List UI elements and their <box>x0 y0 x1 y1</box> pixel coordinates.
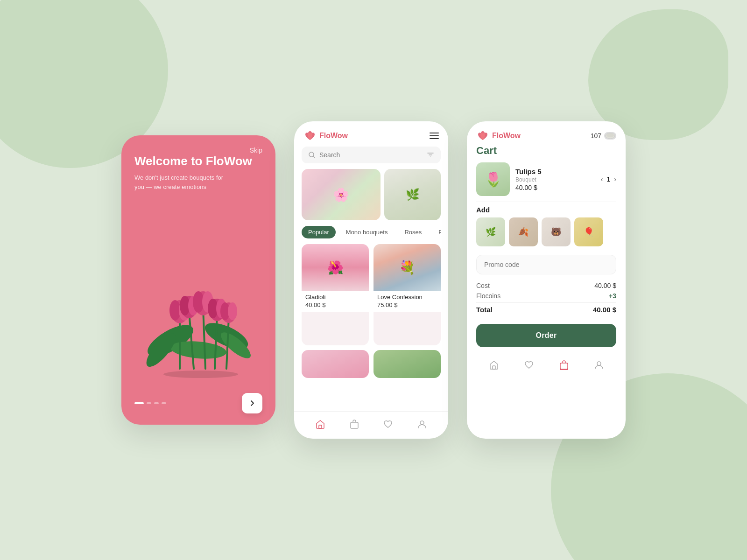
svg-rect-28 <box>351 422 358 428</box>
gladioli-image: 🌺 <box>302 244 369 291</box>
dot-2 <box>147 402 151 404</box>
category-tags: Popular Mono bouquets Roses Pions Tulips <box>302 226 441 238</box>
cart-header: FloWow 107 <box>467 121 626 141</box>
add-item-3[interactable]: 🐻 <box>542 217 571 246</box>
cart-nav-home[interactable] <box>487 358 501 372</box>
svg-rect-33 <box>560 363 568 369</box>
coins-value: 107 <box>591 132 601 140</box>
browse-screen: FloWow 🌸 🌿 Popular Mono bouquets Roses P… <box>294 121 448 439</box>
cost-divider <box>476 302 616 303</box>
add-label: Add <box>476 206 616 214</box>
next-button[interactable] <box>242 393 262 413</box>
cart-item: 🌷 Tulips 5 Bouquet 40.00 $ ‹ 1 › <box>467 162 626 202</box>
order-button[interactable]: Order <box>476 324 616 347</box>
qty-decrease[interactable]: ‹ <box>601 175 603 183</box>
love-confession-info: Love Confession 75.00 $ <box>374 291 441 312</box>
cart-logo-icon <box>476 131 489 141</box>
gladioli-price: 40.00 $ <box>305 301 365 308</box>
qty-value: 1 <box>607 175 611 183</box>
svg-point-31 <box>606 133 614 137</box>
hero-image-plant: 🌿 <box>384 169 441 220</box>
filter-icon[interactable] <box>427 151 434 159</box>
cart-item-type: Bouquet <box>515 176 595 183</box>
cost-breakdown: Cost 40.00 $ Flocoins +3 Total 40.00 $ <box>467 278 626 320</box>
add-item-2[interactable]: 🍂 <box>509 217 538 246</box>
hero-image-bouquets: 🌸 <box>302 169 381 220</box>
nav-home[interactable] <box>313 417 327 431</box>
svg-line-9 <box>226 317 229 369</box>
cost-row: Cost 40.00 $ <box>476 282 616 289</box>
browse-bottom-nav <box>294 411 448 439</box>
welcome-title: Welcome to FloWow <box>134 154 262 168</box>
cart-bottom-nav <box>467 354 626 378</box>
love-confession-price: 75.00 $ <box>377 301 437 308</box>
bg-blob-tr <box>588 9 728 140</box>
browse-header: FloWow <box>294 121 448 147</box>
menu-button[interactable] <box>430 133 439 139</box>
dot-3 <box>154 402 159 404</box>
logo: FloWow <box>303 131 348 141</box>
product-card-4[interactable] <box>374 350 441 378</box>
cost-label: Cost <box>476 282 490 289</box>
search-input[interactable] <box>319 151 423 159</box>
total-label: Total <box>476 306 493 314</box>
cart-item-name: Tulips 5 <box>515 168 595 175</box>
coin-icon <box>604 132 616 140</box>
tag-roses[interactable]: Roses <box>398 226 428 238</box>
qty-increase[interactable]: › <box>614 175 616 183</box>
product-love-confession[interactable]: 💐 Love Confession 75.00 $ <box>374 244 441 345</box>
hero-images: 🌸 🌿 <box>302 169 441 220</box>
dot-4 <box>162 402 166 404</box>
cart-item-details: Tulips 5 Bouquet 40.00 $ <box>515 168 595 191</box>
total-value: 40.00 $ <box>593 306 616 314</box>
flocoins-row: Flocoins +3 <box>476 292 616 300</box>
dot-1 <box>134 402 144 404</box>
love-confession-name: Love Confession <box>377 294 437 301</box>
quantity-control[interactable]: ‹ 1 › <box>601 175 616 183</box>
welcome-bottom-bar <box>134 393 262 413</box>
tag-pions[interactable]: Pions <box>432 226 441 238</box>
flocoins-label: Flocoins <box>476 292 500 300</box>
cart-logo: FloWow <box>476 131 521 141</box>
svg-line-6 <box>189 313 194 369</box>
product-grid: 🌺 Gladioli 40.00 $ 💐 Love Confession 75.… <box>302 244 441 411</box>
nav-bag[interactable] <box>347 417 361 431</box>
tag-mono[interactable]: Mono bouquets <box>339 226 395 238</box>
cart-nav-bag[interactable] <box>557 358 571 372</box>
add-item-4[interactable]: 🎈 <box>574 217 603 246</box>
cart-brand-name: FloWow <box>492 132 521 140</box>
coins-display: 107 <box>591 132 616 140</box>
svg-rect-27 <box>319 425 322 428</box>
skip-button[interactable]: Skip <box>250 147 262 154</box>
add-item-1[interactable]: 🌿 <box>476 217 505 246</box>
cart-title: Cart <box>467 141 626 162</box>
svg-point-35 <box>597 362 601 365</box>
promo-input[interactable] <box>476 255 616 274</box>
cart-item-price: 40.00 $ <box>515 184 595 191</box>
search-bar[interactable] <box>302 147 441 163</box>
svg-rect-32 <box>493 366 495 369</box>
cost-value: 40.00 $ <box>594 282 616 289</box>
total-row: Total 40.00 $ <box>476 306 616 314</box>
product-gladioli[interactable]: 🌺 Gladioli 40.00 $ <box>302 244 369 345</box>
product-card-3[interactable] <box>302 350 369 378</box>
cart-nav-heart[interactable] <box>522 358 536 372</box>
svg-point-25 <box>163 371 238 378</box>
search-icon <box>308 151 316 159</box>
nav-user[interactable] <box>415 417 429 431</box>
cart-nav-user[interactable] <box>592 358 606 372</box>
nav-heart[interactable] <box>381 417 395 431</box>
love-confession-image: 💐 <box>374 244 441 291</box>
add-items: 🌿 🍂 🐻 🎈 <box>476 217 616 246</box>
cart-screen: FloWow 107 Cart 🌷 Tulips 5 Bouquet 40.00… <box>467 121 626 439</box>
welcome-flower-image <box>126 247 271 387</box>
svg-line-8 <box>215 315 217 369</box>
tag-popular[interactable]: Popular <box>302 226 336 238</box>
gladioli-info: Gladioli 40.00 $ <box>302 291 369 312</box>
welcome-screen: Skip Welcome to FloWow We don't just cre… <box>121 135 275 425</box>
add-section: Add 🌿 🍂 🐻 🎈 <box>467 202 626 251</box>
welcome-subtitle: We don't just create bouquets for you — … <box>134 173 228 191</box>
progress-dots <box>134 402 166 404</box>
flocoins-value: +3 <box>609 292 616 300</box>
cart-item-image: 🌷 <box>476 162 510 196</box>
